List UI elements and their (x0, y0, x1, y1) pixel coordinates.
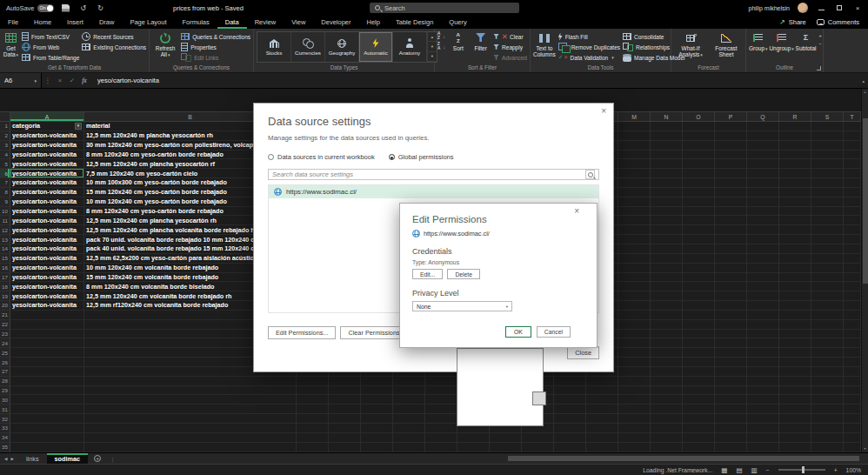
cell-T13[interactable] (844, 235, 861, 244)
cell-S12[interactable] (811, 225, 844, 235)
cell-T17[interactable] (844, 273, 861, 283)
cell-Q5[interactable] (747, 159, 779, 169)
cell-S15[interactable] (811, 254, 844, 264)
cell-P3[interactable] (715, 141, 747, 151)
column-header-T[interactable]: T (844, 112, 861, 121)
vertical-scroll-thumb[interactable] (863, 118, 868, 284)
cell-M12[interactable] (618, 225, 651, 235)
sort-button[interactable]: AZ Sort (448, 30, 468, 63)
reapply-button[interactable]: Reapply (493, 43, 527, 51)
cell-T20[interactable] (844, 301, 861, 311)
cell-O9[interactable] (683, 197, 715, 207)
cell-E28[interactable] (361, 377, 393, 386)
cell-P9[interactable] (715, 197, 747, 207)
cell-N16[interactable] (651, 264, 683, 273)
row-header-3[interactable]: 3 (0, 141, 10, 151)
cell-G28[interactable] (425, 377, 457, 386)
cell-T6[interactable] (844, 169, 861, 178)
row-header-8[interactable]: 8 (0, 188, 10, 197)
row-header-35[interactable]: 35 (0, 443, 10, 452)
cell-P7[interactable] (715, 178, 747, 188)
row-header-24[interactable]: 24 (0, 338, 10, 348)
cell-N19[interactable] (651, 291, 683, 301)
tab-query[interactable]: Query (441, 16, 474, 29)
new-sheet-button[interactable]: + (88, 453, 107, 464)
cell-Q9[interactable] (747, 197, 779, 207)
tab-insert[interactable]: Insert (59, 16, 91, 29)
cell-S5[interactable] (811, 159, 844, 169)
cell-Q21[interactable] (747, 311, 779, 320)
cell-R25[interactable] (779, 348, 811, 358)
data-type-currencies[interactable]: Currencies (291, 32, 325, 62)
cell-T3[interactable] (844, 141, 861, 151)
cell-Q35[interactable] (747, 443, 779, 452)
cell-M11[interactable] (618, 216, 651, 225)
row-header-16[interactable]: 16 (0, 264, 10, 273)
confirm-entry-button[interactable]: ✓ (66, 77, 78, 84)
cell-E31[interactable] (361, 405, 393, 414)
cell-P11[interactable] (715, 216, 747, 225)
cell-C31[interactable] (297, 405, 329, 414)
column-header-N[interactable]: N (651, 112, 683, 121)
cell-Q7[interactable] (747, 178, 779, 188)
cell-J35[interactable] (522, 443, 554, 452)
cell-T33[interactable] (844, 424, 861, 433)
cell-L29[interactable] (586, 386, 618, 396)
cell-O30[interactable] (683, 395, 715, 405)
cell-L34[interactable] (586, 433, 618, 443)
cell-R22[interactable] (779, 320, 811, 330)
sheet-nav-right[interactable]: ▶ (10, 457, 13, 461)
queries-connections-button[interactable]: Queries & Connections (181, 32, 250, 41)
row-header-26[interactable]: 26 (0, 358, 10, 367)
cell-S24[interactable] (811, 338, 844, 348)
row-header-15[interactable]: 15 (0, 254, 10, 264)
cell-T35[interactable] (844, 443, 861, 452)
cell-Q22[interactable] (747, 320, 779, 330)
cell-M15[interactable] (618, 254, 651, 264)
ok-button[interactable]: OK (505, 326, 531, 338)
cell-Q14[interactable] (747, 244, 779, 254)
from-web-button[interactable]: From Web (22, 43, 79, 51)
cell-K30[interactable] (554, 395, 586, 405)
cell-D33[interactable] (329, 424, 361, 433)
cell-M9[interactable] (618, 197, 651, 207)
horizontal-scroll-thumb[interactable] (508, 456, 859, 461)
cell-P19[interactable] (715, 291, 747, 301)
cell-P24[interactable] (715, 338, 747, 348)
cell-Q15[interactable] (747, 254, 779, 264)
cell-A31[interactable] (10, 405, 84, 414)
row-header-20[interactable]: 20 (0, 301, 10, 311)
cell-L35[interactable] (586, 443, 618, 452)
cell-F31[interactable] (393, 405, 425, 414)
data-type-stocks[interactable]: Stocks (257, 32, 291, 62)
cell-H35[interactable] (457, 443, 490, 452)
cell-O19[interactable] (683, 291, 715, 301)
redo-button[interactable]: ↻ (96, 3, 106, 13)
cell-G31[interactable] (425, 405, 457, 414)
cell-D29[interactable] (329, 386, 361, 396)
cell-E33[interactable] (361, 424, 393, 433)
cell-F32[interactable] (393, 414, 425, 424)
cell-T8[interactable] (844, 188, 861, 197)
cell-R30[interactable] (779, 395, 811, 405)
cell-R13[interactable] (779, 235, 811, 244)
share-button[interactable]: ↗Share (779, 18, 806, 26)
cell-A18[interactable]: yeso/carton-volcanita (10, 282, 84, 291)
cell-T1[interactable] (844, 122, 861, 131)
column-header-Q[interactable]: Q (747, 112, 779, 121)
cell-P18[interactable] (715, 282, 747, 291)
cell-K34[interactable] (554, 433, 586, 443)
cell-K28[interactable] (554, 377, 586, 386)
cell-R8[interactable] (779, 188, 811, 197)
cell-D34[interactable] (329, 433, 361, 443)
cell-B33[interactable] (84, 424, 297, 433)
cell-A25[interactable] (10, 348, 84, 358)
row-header-19[interactable]: 19 (0, 291, 10, 301)
cell-M21[interactable] (618, 311, 651, 320)
cell-A32[interactable] (10, 414, 84, 424)
credentials-edit-button[interactable]: Edit... (412, 269, 443, 279)
tab-formulas[interactable]: Formulas (175, 16, 217, 29)
cell-O5[interactable] (683, 159, 715, 169)
cell-O35[interactable] (683, 443, 715, 452)
cell-B31[interactable] (84, 405, 297, 414)
